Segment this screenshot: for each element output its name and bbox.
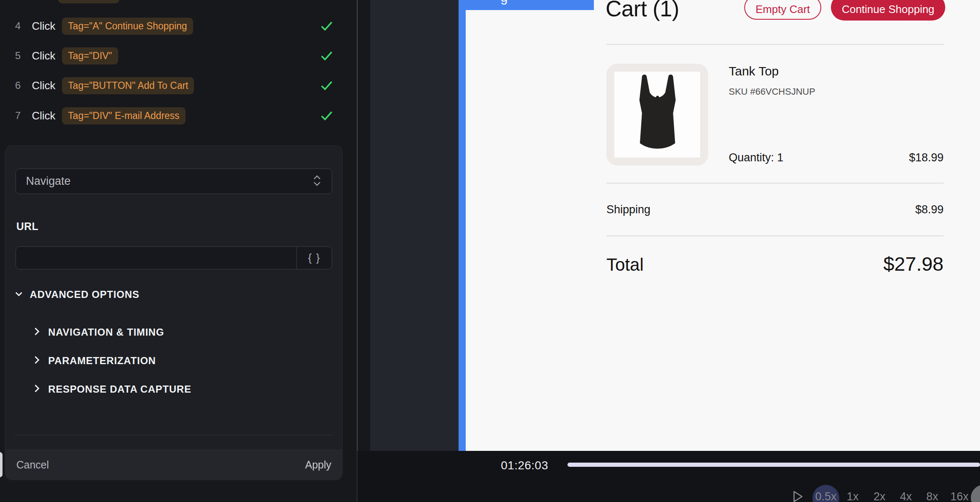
- section-label: PARAMETERIZATION: [48, 355, 156, 367]
- tank-top-image: [626, 72, 689, 155]
- edge-handle-partial[interactable]: [0, 452, 3, 477]
- seek-bar[interactable]: [567, 463, 980, 467]
- step-row[interactable]: 7 Click Tag="DIV" E-mail Address: [15, 107, 186, 124]
- chevron-right-icon: [32, 326, 41, 338]
- step-number: 4: [15, 20, 26, 32]
- empty-cart-label: Empty Cart: [756, 3, 810, 16]
- total-label: Total: [606, 255, 644, 275]
- product-quantity: Quantity: 1: [729, 151, 784, 164]
- row-divider: [606, 235, 944, 236]
- play-button[interactable]: [792, 490, 806, 502]
- cart-title: Cart (1): [606, 0, 679, 21]
- insert-variable-button[interactable]: { }: [297, 247, 332, 269]
- speed-button-2x[interactable]: 2x: [865, 490, 894, 502]
- step-number: 5: [15, 50, 26, 62]
- cart-page-preview: Cart (1) Empty Cart Continue Shopping Ta…: [466, 0, 980, 451]
- section-label: NAVIGATION & TIMING: [48, 326, 164, 338]
- total-price: $27.98: [883, 252, 944, 275]
- step-row[interactable]: 4 Click Tag="A" Continue Shopping: [15, 17, 193, 35]
- checkmark-icon: [319, 47, 334, 65]
- empty-cart-button[interactable]: Empty Cart: [744, 0, 821, 20]
- section-navigation-timing[interactable]: NAVIGATION & TIMING: [32, 325, 164, 339]
- shipping-label: Shipping: [606, 203, 650, 216]
- advanced-options-label: ADVANCED OPTIONS: [30, 289, 139, 300]
- url-field-group: { }: [15, 246, 332, 269]
- step-action-label: Click: [32, 49, 55, 62]
- page-header-partial: g: [459, 0, 594, 10]
- panel-divider: [15, 435, 333, 435]
- step-row[interactable]: 6 Click Tag="BUTTON" Add To Cart: [15, 77, 194, 94]
- step-number: 7: [15, 110, 26, 122]
- url-input[interactable]: [16, 247, 297, 269]
- step-selector-badge: Tag="A" Continue Shopping: [62, 18, 193, 35]
- continue-shopping-label: Continue Shopping: [842, 3, 934, 16]
- speed-button-0-5x[interactable]: 0.5x: [810, 490, 841, 502]
- step-action-label: Click: [32, 20, 55, 33]
- product-photo-background: [614, 72, 700, 158]
- section-response-data-capture[interactable]: RESPONSE DATA CAPTURE: [32, 382, 191, 396]
- product-sku: SKU #66VCHSJNUP: [729, 86, 815, 97]
- step-selector-badge-partial[interactable]: g: [58, 0, 119, 3]
- page-left-accent-bar: [459, 0, 466, 451]
- checkmark-icon: [319, 107, 334, 124]
- speed-button-8x[interactable]: 8x: [918, 490, 946, 502]
- player-bar: 01:26:03 0.5x 1x 2x 4x 8x 16x: [357, 451, 980, 502]
- header-divider: [606, 44, 944, 45]
- action-type-value: Navigate: [26, 175, 312, 188]
- apply-button[interactable]: Apply: [305, 459, 331, 471]
- play-icon: [792, 490, 804, 502]
- step-selector-badge: Tag="DIV": [62, 47, 118, 65]
- shipping-price: $8.99: [915, 203, 944, 216]
- speed-button-4x[interactable]: 4x: [892, 490, 920, 502]
- panel-footer: Cancel Apply: [5, 449, 342, 480]
- product-name: Tank Top: [729, 64, 779, 78]
- chevron-right-icon: [32, 383, 41, 395]
- advanced-options-toggle[interactable]: ADVANCED OPTIONS: [14, 287, 139, 302]
- step-row[interactable]: 5 Click Tag="DIV": [15, 47, 118, 65]
- select-updown-chevron-icon: [312, 174, 322, 189]
- playback-timestamp: 01:26:03: [501, 459, 548, 472]
- row-divider: [606, 183, 944, 184]
- checkmark-icon: [319, 17, 334, 35]
- product-image: [606, 64, 708, 166]
- video-stage: [370, 0, 459, 451]
- section-parameterization[interactable]: PARAMETERIZATION: [32, 354, 156, 368]
- step-selector-badge: Tag="BUTTON" Add To Cart: [62, 77, 194, 94]
- url-label: URL: [16, 220, 39, 233]
- step-number: 6: [15, 80, 26, 91]
- step-action-label: Click: [32, 79, 55, 92]
- speed-button-1x[interactable]: 1x: [838, 490, 867, 502]
- cancel-button[interactable]: Cancel: [16, 459, 49, 471]
- checkmark-icon: [319, 77, 334, 94]
- section-label: RESPONSE DATA CAPTURE: [48, 383, 191, 395]
- chevron-right-icon: [32, 355, 41, 367]
- action-editor-panel: Navigate URL { } ADVANCED OPTIONS: [5, 145, 343, 480]
- sidebar-divider: [357, 0, 358, 502]
- chevron-down-icon: [14, 289, 24, 300]
- page-header-fragment: g: [500, 0, 508, 5]
- product-price: $18.99: [909, 151, 944, 164]
- braces-icon: { }: [308, 252, 321, 264]
- speed-button-16x[interactable]: 16x: [943, 490, 976, 502]
- step-action-label: Click: [32, 109, 55, 122]
- app-root: g 4 Click Tag="A" Continue Shopping 5 Cl…: [0, 0, 980, 502]
- continue-shopping-button[interactable]: Continue Shopping: [831, 0, 945, 21]
- step-selector-badge: Tag="DIV" E-mail Address: [62, 107, 185, 124]
- action-type-select[interactable]: Navigate: [15, 168, 332, 194]
